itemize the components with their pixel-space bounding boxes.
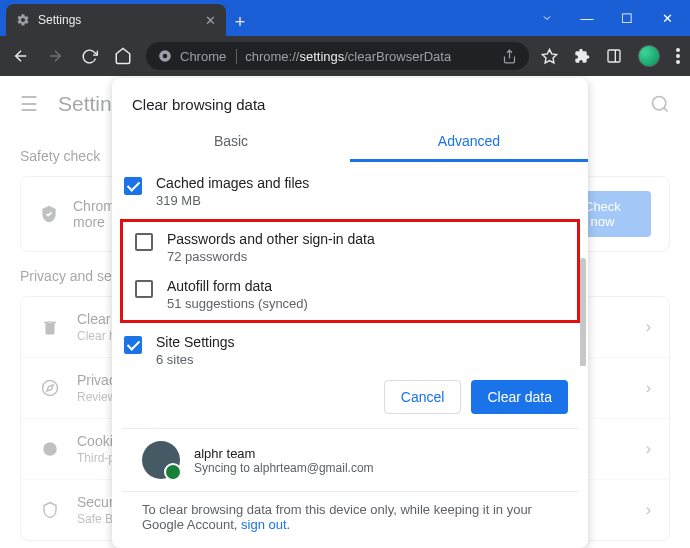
- profile-avatar[interactable]: [638, 45, 660, 67]
- dialog-buttons: Cancel Clear data: [112, 366, 588, 428]
- dialog-title: Clear browsing data: [112, 78, 588, 123]
- scrollbar[interactable]: [580, 258, 586, 366]
- browser-toolbar: Chrome chrome://settings/clearBrowserDat…: [0, 36, 690, 76]
- side-panel-icon[interactable]: [606, 48, 622, 64]
- back-icon[interactable]: [10, 45, 32, 67]
- home-icon[interactable]: [112, 45, 134, 67]
- option-autofill[interactable]: Autofill form data51 suggestions (synced…: [123, 271, 577, 318]
- dialog-tabs: Basic Advanced: [112, 123, 588, 162]
- checkbox[interactable]: [135, 233, 153, 251]
- svg-marker-5: [542, 49, 556, 62]
- svg-point-3: [163, 54, 168, 59]
- browser-tab[interactable]: Settings ✕: [6, 4, 226, 36]
- chevron-down-icon[interactable]: [538, 12, 556, 24]
- account-avatar: [142, 441, 180, 479]
- cancel-button[interactable]: Cancel: [384, 380, 462, 414]
- chrome-logo-icon: [158, 49, 172, 63]
- option-cached[interactable]: Cached images and files319 MB: [112, 168, 588, 215]
- option-site-settings[interactable]: Site Settings6 sites: [112, 327, 588, 366]
- clear-data-button[interactable]: Clear data: [471, 380, 568, 414]
- account-name: alphr team: [194, 446, 374, 461]
- star-icon[interactable]: [541, 48, 558, 65]
- tab-title: Settings: [38, 13, 197, 27]
- reload-icon[interactable]: [78, 45, 100, 67]
- forward-icon: [44, 45, 66, 67]
- svg-point-8: [676, 48, 680, 52]
- address-bar[interactable]: Chrome chrome://settings/clearBrowserDat…: [146, 42, 529, 70]
- account-email: Syncing to alphrteam@gmail.com: [194, 461, 374, 475]
- svg-point-10: [676, 60, 680, 64]
- tab-basic[interactable]: Basic: [112, 123, 350, 162]
- sign-out-link[interactable]: sign out: [241, 517, 287, 532]
- checkbox[interactable]: [124, 336, 142, 354]
- window-controls: — ☐ ✕: [538, 0, 690, 36]
- menu-dots-icon[interactable]: [676, 48, 680, 64]
- address-text: chrome://settings/clearBrowserData: [245, 49, 451, 64]
- close-tab-icon[interactable]: ✕: [205, 13, 216, 28]
- extensions-icon[interactable]: [574, 48, 590, 64]
- minimize-icon[interactable]: —: [578, 11, 596, 26]
- address-chip: Chrome: [180, 49, 237, 64]
- maximize-icon[interactable]: ☐: [618, 11, 636, 26]
- gear-icon: [16, 13, 30, 27]
- clear-data-dialog: Clear browsing data Basic Advanced Cache…: [112, 78, 588, 548]
- highlight-box: Passwords and other sign-in data72 passw…: [120, 219, 580, 323]
- checkbox[interactable]: [124, 177, 142, 195]
- option-passwords[interactable]: Passwords and other sign-in data72 passw…: [123, 224, 577, 271]
- account-row: alphr team Syncing to alphrteam@gmail.co…: [122, 428, 578, 491]
- share-icon[interactable]: [502, 49, 517, 64]
- tab-advanced[interactable]: Advanced: [350, 123, 588, 162]
- checkbox[interactable]: [135, 280, 153, 298]
- titlebar: Settings ✕ + — ☐ ✕: [0, 0, 690, 36]
- options-scroll: Cached images and files319 MB Passwords …: [112, 162, 588, 366]
- svg-point-9: [676, 54, 680, 58]
- new-tab-button[interactable]: +: [226, 8, 254, 36]
- close-window-icon[interactable]: ✕: [658, 11, 676, 26]
- svg-rect-6: [608, 50, 620, 62]
- dialog-footnote: To clear browsing data from this device …: [122, 491, 578, 548]
